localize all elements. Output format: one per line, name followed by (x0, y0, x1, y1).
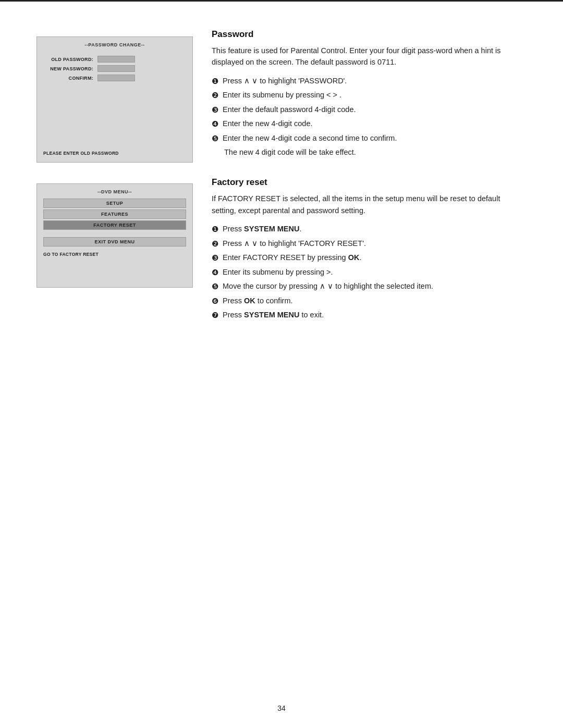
step-text-5: Enter the new 4-digit code a second time… (223, 133, 527, 144)
step-text-3: Enter the default password 4-digit code. (223, 104, 527, 116)
dvd-menu-items: SETUP FEATURES FACTORY RESET (43, 199, 186, 230)
step-num-4: ❹ (212, 118, 218, 130)
factory-step-num-1: ❶ (212, 224, 218, 236)
factory-step-1: ❶ Press SYSTEM MENU. (212, 224, 527, 236)
factory-step-num-3: ❸ (212, 252, 218, 264)
step-num-3: ❸ (212, 104, 218, 116)
factory-step-num-2: ❷ (212, 238, 218, 250)
new-password-input (97, 65, 135, 72)
old-password-row: OLD PASSWORD: (46, 56, 183, 63)
password-section: Password This feature is used for Parent… (212, 29, 527, 158)
factory-step-text-2: Press ∧ ∨ to highlight 'FACTORY RESET'. (223, 238, 527, 250)
password-desc: This feature is used for Parental Contro… (212, 45, 527, 68)
factory-step-num-7: ❼ (212, 310, 218, 322)
factory-step-2: ❷ Press ∧ ∨ to highlight 'FACTORY RESET'… (212, 238, 527, 250)
factory-step-text-6: Press OK to confirm. (223, 295, 527, 307)
confirm-row: CONFIRM: (46, 75, 183, 81)
factory-reset-desc: If FACTORY RESET is selected, all the it… (212, 193, 527, 216)
menu-item-exit: EXIT DVD MENU (43, 237, 186, 246)
password-section-title: Password (212, 29, 527, 40)
factory-step-4: ❹ Enter its submenu by pressing >. (212, 267, 527, 279)
dvd-screen-title: --DVD MENU-- (43, 189, 186, 194)
step-num-2: ❷ (212, 90, 218, 102)
factory-step-text-5: Move the cursor by pressing ∧ ∨ to highl… (223, 281, 527, 292)
password-screen-title: --PASSWORD CHANGE-- (43, 42, 186, 47)
new-password-row: NEW PASSWORD: (46, 65, 183, 72)
top-border (0, 0, 563, 2)
password-step-1: ❶ Press ∧ ∨ to highlight 'PASSWORD'. (212, 76, 527, 88)
password-step-4: ❹ Enter the new 4-digit code. (212, 118, 527, 130)
confirm-label: CONFIRM: (46, 76, 93, 81)
factory-step-num-5: ❺ (212, 281, 218, 293)
factory-step-5: ❺ Move the cursor by pressing ∧ ∨ to hig… (212, 281, 527, 293)
old-password-label: OLD PASSWORD: (46, 57, 93, 62)
dvd-screen-footer: GO TO FACTORY RESET (43, 252, 186, 257)
password-steps: ❶ Press ∧ ∨ to highlight 'PASSWORD'. ❷ E… (212, 76, 527, 145)
menu-item-features: FEATURES (43, 209, 186, 219)
password-screen-footer: PLEASE ENTER OLD PASSWORD (43, 151, 186, 156)
password-screen: --PASSWORD CHANGE-- OLD PASSWORD: NEW PA… (36, 36, 193, 163)
step-num-1: ❶ (212, 76, 218, 88)
factory-step-text-3: Enter FACTORY RESET by pressing OK. (223, 252, 527, 264)
step-num-5: ❺ (212, 133, 218, 145)
password-step-indent: The new 4 digit code will be take effect… (224, 147, 527, 158)
factory-step-text-7: Press SYSTEM MENU to exit. (223, 310, 527, 321)
dvd-menu-exit: EXIT DVD MENU (43, 237, 186, 246)
menu-item-factory-reset: FACTORY RESET (43, 220, 186, 230)
step-text-1: Press ∧ ∨ to highlight 'PASSWORD'. (223, 76, 527, 87)
menu-item-setup: SETUP (43, 199, 186, 208)
password-step-5: ❺ Enter the new 4-digit code a second ti… (212, 133, 527, 145)
factory-step-text-1: Press SYSTEM MENU. (223, 224, 527, 235)
confirm-input (97, 75, 135, 81)
password-screen-body: OLD PASSWORD: NEW PASSWORD: CONFIRM: PLE… (43, 52, 186, 156)
factory-reset-section: Factory reset If FACTORY RESET is select… (212, 177, 527, 321)
password-step-3: ❸ Enter the default password 4-digit cod… (212, 104, 527, 116)
page-number: 34 (277, 704, 286, 712)
step-text-2: Enter its submenu by pressing < > . (223, 90, 527, 101)
factory-step-6: ❻ Press OK to confirm. (212, 295, 527, 307)
factory-step-num-6: ❻ (212, 295, 218, 307)
dvd-screen: --DVD MENU-- SETUP FEATURES FACTORY RESE… (36, 183, 193, 288)
new-password-label: NEW PASSWORD: (46, 66, 93, 71)
factory-reset-steps: ❶ Press SYSTEM MENU. ❷ Press ∧ ∨ to high… (212, 224, 527, 322)
password-step-2: ❷ Enter its submenu by pressing < > . (212, 90, 527, 102)
left-column: --PASSWORD CHANGE-- OLD PASSWORD: NEW PA… (36, 21, 193, 340)
step-text-4: Enter the new 4-digit code. (223, 118, 527, 130)
factory-step-3: ❸ Enter FACTORY RESET by pressing OK. (212, 252, 527, 264)
old-password-input (97, 56, 135, 63)
right-column: Password This feature is used for Parent… (212, 21, 527, 340)
factory-step-text-4: Enter its submenu by pressing >. (223, 267, 527, 278)
factory-reset-title: Factory reset (212, 177, 527, 188)
factory-step-7: ❼ Press SYSTEM MENU to exit. (212, 310, 527, 322)
password-fields: OLD PASSWORD: NEW PASSWORD: CONFIRM: (43, 52, 186, 135)
factory-step-num-4: ❹ (212, 267, 218, 279)
